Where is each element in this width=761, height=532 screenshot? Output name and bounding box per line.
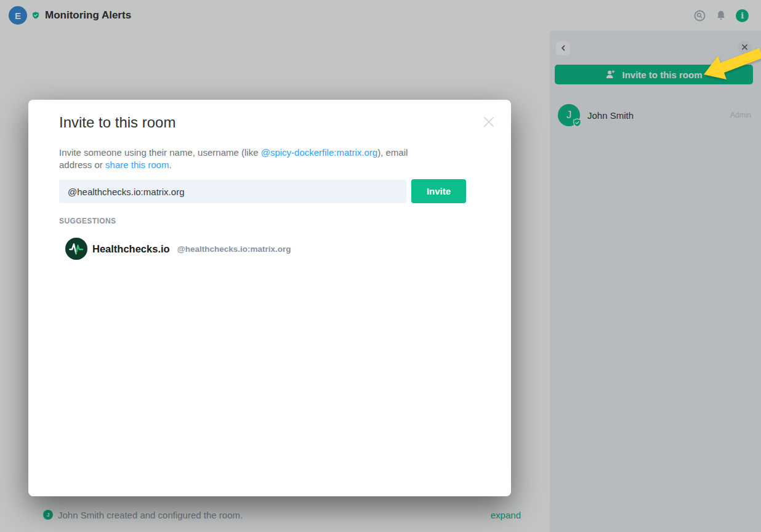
invite-dialog: Invite to this room Invite someone using… bbox=[28, 100, 511, 496]
description-text: Invite someone using their name, usernam… bbox=[59, 147, 261, 158]
dialog-close-button[interactable] bbox=[483, 116, 495, 128]
suggestion-name: Healthchecks.io bbox=[92, 243, 170, 255]
invite-user-input[interactable] bbox=[59, 180, 407, 203]
dialog-description: Invite someone using their name, usernam… bbox=[59, 147, 437, 171]
close-icon bbox=[483, 119, 495, 130]
suggestions-heading: SUGGESTIONS bbox=[59, 217, 116, 225]
dialog-title: Invite to this room bbox=[59, 114, 175, 131]
app-window: E Monitoring Alerts bbox=[0, 0, 761, 532]
suggestion-user-id: @healthchecks.io:matrix.org bbox=[177, 244, 291, 254]
share-this-room-link[interactable]: share this room bbox=[105, 159, 169, 170]
example-username-link[interactable]: @spicy-dockerfile:matrix.org bbox=[261, 147, 377, 158]
suggestion-row-healthchecks[interactable]: Healthchecks.io @healthchecks.io:matrix.… bbox=[59, 235, 478, 262]
invite-submit-button[interactable]: Invite bbox=[411, 179, 466, 203]
healthchecks-logo-icon bbox=[65, 238, 87, 260]
description-text: . bbox=[169, 159, 171, 170]
